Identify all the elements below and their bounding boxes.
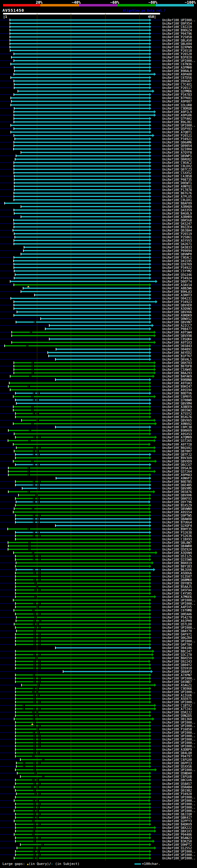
hit-label[interactable]: UniRef100_P04796	[162, 32, 192, 35]
hit-label[interactable]: UniRef100_P34923	[162, 300, 192, 304]
hit-label[interactable]: UniRef100_Q7FAH2	[162, 117, 192, 120]
hit-label[interactable]: UniRef100_C6TD56	[162, 76, 192, 80]
alignment-bar[interactable]	[15, 532, 149, 533]
hit-label[interactable]: UniRef100_A9NTQ1	[162, 185, 192, 188]
alignment-bar[interactable]	[10, 20, 149, 21]
alignment-bar[interactable]	[23, 287, 149, 289]
hit-label[interactable]: UniRef100_A9PA00	[162, 73, 192, 76]
alignment-bar[interactable]	[10, 26, 149, 27]
hit-label[interactable]: UniRef100_D0EF74	[162, 280, 192, 283]
alignment-bar[interactable]	[15, 728, 149, 730]
alignment-bar[interactable]	[16, 501, 149, 502]
alignment-bar[interactable]	[15, 593, 149, 594]
hit-label[interactable]: UniRef100_P34924	[162, 277, 192, 280]
alignment-bar[interactable]	[14, 277, 149, 279]
alignment-bar[interactable]	[15, 779, 149, 780]
hit-label[interactable]: UniRef100_A9TSW4	[162, 331, 192, 334]
hit-label[interactable]: UniRef100_Q3S910	[162, 666, 192, 670]
alignment-bar[interactable]	[20, 844, 149, 845]
hit-label[interactable]: UniRef100_UPI000..	[162, 677, 195, 680]
hit-label[interactable]: UniRef100_B5XG76	[162, 415, 192, 419]
alignment-bar[interactable]	[15, 817, 149, 818]
hit-label[interactable]: UniRef100_Q6H703	[162, 361, 192, 365]
alignment-bar[interactable]	[56, 359, 149, 360]
alignment-bar[interactable]	[56, 348, 149, 350]
alignment-bar[interactable]	[15, 715, 149, 716]
alignment-bar[interactable]	[15, 559, 149, 560]
alignment-bar[interactable]	[13, 552, 156, 553]
hit-label[interactable]: UniRef100_B7U6G4	[162, 521, 192, 524]
alignment-bar[interactable]	[14, 128, 149, 129]
hit-label[interactable]: UniRef100_C5XX52	[162, 171, 192, 175]
hit-label[interactable]: UniRef100_O13507	[162, 575, 192, 578]
alignment-bar[interactable]	[10, 50, 149, 51]
hit-label[interactable]: UniRef100_P04406	[162, 833, 192, 836]
hit-label[interactable]: UniRef100_O04891	[162, 348, 192, 351]
hit-label[interactable]: UniRef100_Q2XQF4	[162, 524, 192, 527]
alignment-bar[interactable]	[14, 369, 154, 370]
hit-label[interactable]: UniRef100_C1BX93	[162, 537, 192, 541]
hit-label[interactable]: UniRef100_Q09054	[162, 144, 192, 148]
hit-label[interactable]: UniRef100_A9PHA3	[162, 473, 192, 477]
hit-label[interactable]: UniRef100_Q4F784	[162, 643, 192, 646]
hit-label[interactable]: UniRef100_A3QVW3	[162, 307, 192, 310]
alignment-bar[interactable]	[13, 260, 149, 261]
alignment-bar[interactable]	[17, 847, 154, 848]
hit-label[interactable]: UniRef100_UPI000..	[162, 19, 195, 22]
hit-label[interactable]: UniRef100_D0EWT1	[162, 181, 192, 185]
hit-label[interactable]: UniRef100_A3AV14	[162, 283, 192, 287]
alignment-bar[interactable]	[17, 311, 149, 313]
hit-label[interactable]: UniRef100_A3BEE9	[162, 405, 192, 409]
hit-label[interactable]: UniRef100_C5XW45	[162, 368, 192, 371]
alignment-bar[interactable]	[14, 372, 154, 373]
alignment-bar[interactable]	[15, 576, 149, 577]
hit-label[interactable]: UniRef100_A7PLU5	[162, 195, 192, 198]
alignment-bar[interactable]	[15, 393, 149, 394]
alignment-bar[interactable]	[15, 505, 149, 506]
alignment-bar[interactable]	[49, 338, 149, 340]
hit-label[interactable]: UniRef100_B5AN23	[162, 836, 192, 840]
alignment-bar[interactable]	[15, 237, 149, 238]
alignment-bar[interactable]	[16, 569, 153, 570]
alignment-bar[interactable]	[14, 786, 149, 787]
hit-label[interactable]: UniRef100_Q804Y2	[162, 663, 192, 666]
hit-label[interactable]: UniRef100_Q07CZ3	[162, 168, 192, 171]
hit-label[interactable]: UniRef100_Q8VWP1	[162, 154, 192, 158]
alignment-bar[interactable]	[14, 108, 149, 109]
alignment-bar[interactable]	[14, 213, 149, 214]
alignment-bar[interactable]	[21, 253, 149, 255]
alignment-bar[interactable]	[15, 841, 153, 842]
hit-label[interactable]: UniRef100_A3FMH0	[162, 66, 192, 69]
alignment-bar[interactable]	[10, 40, 149, 41]
alignment-bar[interactable]	[15, 755, 149, 757]
alignment-bar[interactable]	[11, 63, 149, 65]
alignment-bar[interactable]	[11, 298, 149, 299]
alignment-bar[interactable]	[10, 33, 149, 34]
alignment-bar[interactable]	[15, 515, 149, 516]
hit-label[interactable]: UniRef100_Q8X1X3	[162, 830, 192, 833]
alignment-bar[interactable]	[14, 176, 149, 177]
alignment-bar[interactable]	[14, 240, 149, 241]
hit-label[interactable]: UniRef100_Q3LUR8	[162, 103, 192, 107]
hit-label[interactable]: UniRef100_A9NVF3	[162, 477, 192, 480]
alignment-bar[interactable]	[13, 406, 149, 407]
alignment-bar[interactable]	[14, 257, 149, 258]
alignment-bar[interactable]	[14, 305, 149, 306]
hit-label[interactable]: UniRef100_Q8CGV6	[162, 778, 192, 782]
hit-label[interactable]: UniRef100_P17878	[162, 188, 192, 191]
hit-label[interactable]: UniRef100_B9ZZE4	[162, 225, 192, 229]
hit-label[interactable]: UniRef100_A9PG06	[162, 114, 192, 117]
hit-label[interactable]: UniRef100_A1IGU6	[162, 694, 192, 697]
alignment-bar[interactable]	[15, 274, 149, 275]
hit-label[interactable]: UniRef100_A7QBT1	[162, 130, 192, 134]
alignment-bar[interactable]	[15, 535, 149, 536]
alignment-bar[interactable]	[15, 498, 149, 499]
hit-label[interactable]: UniRef100_Q3C1T0	[162, 653, 192, 656]
alignment-bar[interactable]	[45, 328, 149, 330]
alignment-bar[interactable]	[14, 264, 149, 265]
alignment-bar[interactable]	[10, 30, 149, 31]
hit-label[interactable]: UniRef100_P26517	[162, 86, 192, 90]
hit-label[interactable]: UniRef100_A9TUA3	[162, 381, 192, 385]
alignment-bar[interactable]	[15, 586, 149, 587]
hit-label[interactable]: UniRef100_Q8AY70	[162, 629, 192, 633]
